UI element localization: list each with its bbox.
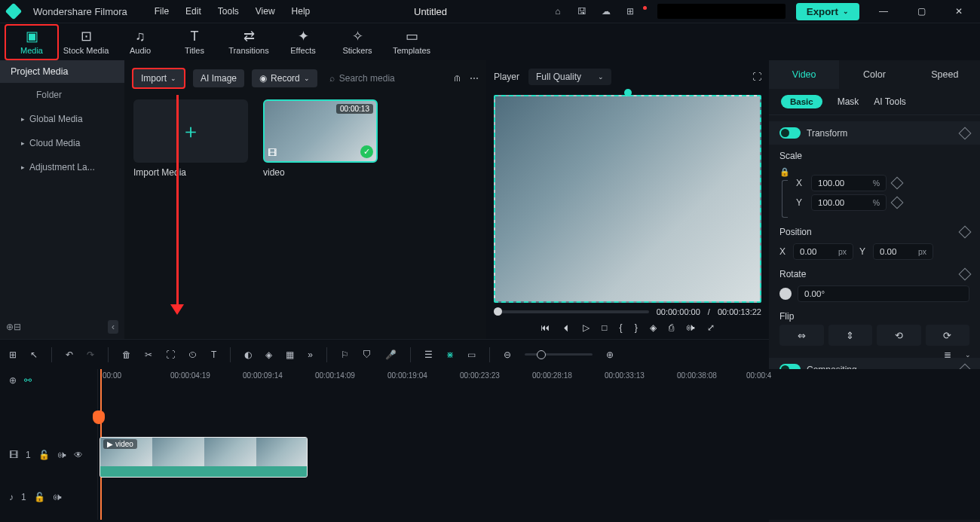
keyframe-icon[interactable] <box>891 196 904 209</box>
speed-icon[interactable]: ⏲ <box>188 350 198 360</box>
more-icon[interactable]: ⋯ <box>470 73 479 84</box>
ai-image-button[interactable]: AI Image <box>193 69 244 87</box>
zoom-slider[interactable] <box>525 353 593 356</box>
scrub-bar[interactable] <box>494 310 649 313</box>
video-media-tile[interactable]: 00:00:13 🎞 ✓ video <box>263 99 378 178</box>
rotate-knob[interactable] <box>779 288 792 300</box>
export-button[interactable]: Export⌄ <box>796 3 859 20</box>
volume-icon[interactable]: 🕪 <box>686 322 695 333</box>
tab-media[interactable]: ▣Media <box>5 24 59 60</box>
tab-templates[interactable]: ▭Templates <box>384 24 439 60</box>
mute-icon[interactable]: 🕪 <box>53 492 62 502</box>
marker-tool-icon[interactable]: ⚐ <box>341 350 349 360</box>
apps-icon[interactable]: ⊞ <box>623 5 637 18</box>
subtab-basic[interactable]: Basic <box>781 95 822 108</box>
camera-icon[interactable]: ⎙ <box>669 322 674 333</box>
play-icon[interactable]: ▷ <box>583 322 590 333</box>
account-area[interactable] <box>657 4 786 19</box>
keyframe-icon[interactable] <box>959 226 972 239</box>
shield-icon[interactable]: ⛉ <box>363 350 372 360</box>
timeline-clip[interactable]: ▶video <box>100 437 308 478</box>
timeline-ruler[interactable]: 00:00 00:00:04:19 00:00:09:14 00:00:14:0… <box>98 369 980 392</box>
filter-icon[interactable]: ⫙ <box>453 73 462 84</box>
new-folder-icon[interactable]: ⊕ <box>6 322 14 332</box>
zoom-out-icon[interactable]: ⊖ <box>504 350 511 360</box>
lock-icon[interactable]: 🔓 <box>34 492 45 502</box>
prev-clip-icon[interactable]: ⏮ <box>541 322 550 333</box>
mic-icon[interactable]: 🎤 <box>385 350 397 360</box>
link-icon[interactable]: ⚯ <box>24 375 32 386</box>
tool-cursor-icon[interactable]: ↖ <box>30 350 38 360</box>
import-media-tile[interactable]: ＋ Import Media <box>133 99 248 178</box>
tab-stock-media[interactable]: ⊡Stock Media <box>59 24 113 60</box>
tab-titles[interactable]: TTitles <box>167 24 222 60</box>
adjustment-layer-item[interactable]: ▸Adjustment La... <box>0 155 124 179</box>
menu-edit[interactable]: Edit <box>185 6 201 17</box>
flip-v-button[interactable]: ⇕ <box>828 325 873 346</box>
flip-rot2-button[interactable]: ⟳ <box>926 325 970 346</box>
preview-viewport[interactable] <box>494 95 761 303</box>
rotate-input[interactable]: 0.00° <box>798 285 969 302</box>
cloud-media-item[interactable]: ▸Cloud Media <box>0 131 124 155</box>
zoom-in-icon[interactable]: ⊕ <box>606 350 614 360</box>
subtab-aitools[interactable]: AI Tools <box>874 96 905 107</box>
group-icon[interactable]: ▦ <box>286 350 294 360</box>
color-icon[interactable]: ◐ <box>244 350 252 360</box>
flip-h-button[interactable]: ⇔ <box>779 325 824 346</box>
mixer-icon[interactable]: ☰ <box>424 350 433 360</box>
search-input[interactable]: ⌕Search media <box>325 73 446 84</box>
minimize-button[interactable]: — <box>870 1 897 22</box>
render-icon[interactable]: ▭ <box>467 350 476 360</box>
stop-icon[interactable]: □ <box>602 322 607 333</box>
transform-toggle[interactable] <box>779 127 801 139</box>
new-bin-icon[interactable]: ⊟ <box>14 322 21 332</box>
marker-icon[interactable]: ◈ <box>650 322 657 333</box>
lock-icon[interactable]: 🔓 <box>38 450 50 460</box>
ptab-color[interactable]: Color <box>839 60 909 89</box>
snap-icon[interactable]: ⋇ <box>446 350 454 360</box>
tab-stickers[interactable]: ✧Stickers <box>330 24 384 60</box>
save-icon[interactable]: 🖫 <box>575 5 589 18</box>
ptab-speed[interactable]: Speed <box>910 60 980 89</box>
undo-icon[interactable]: ↶ <box>66 350 73 360</box>
global-media-item[interactable]: ▸Global Media <box>0 107 124 131</box>
menu-tools[interactable]: Tools <box>218 6 239 17</box>
device-icon[interactable]: ⌂ <box>551 5 565 18</box>
tab-transitions[interactable]: ⇄Transitions <box>222 24 276 60</box>
menu-file[interactable]: File <box>155 6 169 17</box>
ptab-video[interactable]: Video <box>769 60 839 89</box>
cloud-icon[interactable]: ☁ <box>599 5 613 18</box>
redo-icon[interactable]: ↷ <box>87 350 94 360</box>
quality-select[interactable]: Full Quality⌄ <box>528 69 611 85</box>
lock-icon[interactable]: 🔒 <box>779 167 790 177</box>
video-track-header[interactable]: 🎞1🔓🕪👁 <box>0 434 97 476</box>
subtab-mask[interactable]: Mask <box>838 96 859 107</box>
snapshot-icon[interactable]: ⛶ <box>752 72 761 82</box>
mark-in-icon[interactable]: { <box>620 322 623 333</box>
crop-icon[interactable]: ⛶ <box>166 350 175 360</box>
tab-effects[interactable]: ✦Effects <box>276 24 330 60</box>
close-button[interactable]: ✕ <box>945 1 972 22</box>
scale-x-input[interactable]: 100.00% <box>811 175 887 191</box>
pos-y-input[interactable]: 0.00px <box>873 243 933 260</box>
keyframe-icon[interactable] <box>891 176 904 189</box>
record-button[interactable]: ◉Record⌄ <box>252 69 317 87</box>
keyframe-tool-icon[interactable]: ◈ <box>265 350 272 360</box>
cut-icon[interactable]: ✂ <box>145 350 152 360</box>
delete-icon[interactable]: 🗑 <box>122 350 131 360</box>
pos-x-input[interactable]: 0.00px <box>793 243 853 260</box>
playhead-handle[interactable] <box>93 411 105 424</box>
timeline-tracks[interactable]: 00:00 00:00:04:19 00:00:09:14 00:00:14:0… <box>98 369 980 520</box>
fullscreen-icon[interactable]: ⤢ <box>707 322 715 333</box>
track-add-icon[interactable]: ⊕ <box>9 375 17 386</box>
tool-grid-icon[interactable]: ⊞ <box>9 350 17 360</box>
import-button[interactable]: Import⌄ <box>132 68 185 89</box>
text-icon[interactable]: T <box>211 350 216 360</box>
tab-audio[interactable]: ♫Audio <box>113 24 167 60</box>
maximize-button[interactable]: ▢ <box>908 1 935 22</box>
more-tools-icon[interactable]: » <box>308 350 313 360</box>
eye-icon[interactable]: 👁 <box>74 450 83 460</box>
folder-item[interactable]: Folder <box>0 83 124 107</box>
keyframe-icon[interactable] <box>959 268 972 281</box>
scale-y-input[interactable]: 100.00% <box>811 194 887 211</box>
